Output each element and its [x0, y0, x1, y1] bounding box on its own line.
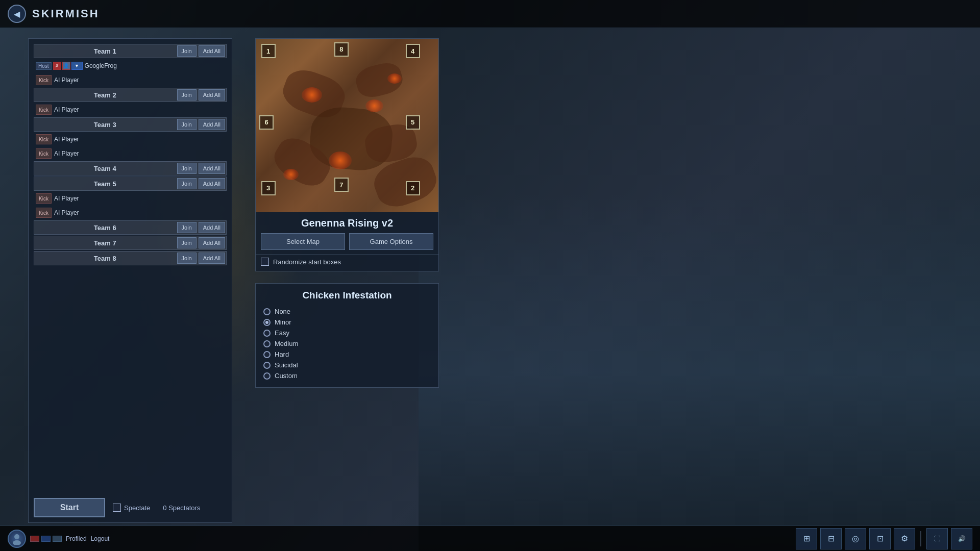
team-label-4: Team 4: [34, 165, 176, 172]
bg-decoration-mountain: [419, 194, 980, 551]
chicken-option-6[interactable]: Custom: [263, 370, 431, 381]
chicken-option-4[interactable]: Hard: [263, 349, 431, 360]
chicken-option-3[interactable]: Medium: [263, 338, 431, 349]
randomize-checkbox[interactable]: [261, 258, 269, 266]
team-join-3[interactable]: Join: [177, 119, 197, 130]
kick-button[interactable]: Kick: [36, 193, 52, 204]
radio-btn-4[interactable]: [263, 351, 271, 358]
team-row-3: Team 3 Join Add All: [34, 117, 227, 132]
toolbar-btn-gear[interactable]: ⚙: [894, 528, 915, 549]
team-join-5[interactable]: Join: [177, 178, 197, 189]
toolbar-btn-fullscreen[interactable]: ⛶: [926, 528, 948, 549]
player-name: AI Player: [54, 150, 225, 157]
spectate-checkbox[interactable]: [113, 504, 121, 512]
chicken-option-5[interactable]: Suicidal: [263, 360, 431, 370]
randomize-label: Randomize start boxes: [273, 258, 341, 266]
kick-button[interactable]: Kick: [36, 75, 52, 85]
radio-label-6: Custom: [275, 372, 298, 380]
svg-point-0: [14, 534, 19, 539]
player-avatar-icon: 👤: [62, 62, 70, 70]
team-addall-6[interactable]: Add All: [199, 222, 225, 233]
chicken-option-0[interactable]: None: [263, 306, 431, 317]
teams-container: Team 1 Join Add All Host ✗ 👤 ▼ GoogleFro…: [34, 44, 227, 265]
options-panel: Chicken Infestation None Minor Easy Medi…: [255, 283, 439, 388]
team-label-3: Team 3: [34, 121, 176, 129]
radio-btn-0[interactable]: [263, 308, 271, 315]
team-addall-7[interactable]: Add All: [199, 237, 225, 248]
team-label-8: Team 8: [34, 255, 176, 262]
radio-btn-5[interactable]: [263, 362, 271, 369]
radio-btn-2[interactable]: [263, 330, 271, 337]
spectate-label: Spectate: [113, 504, 150, 512]
left-panel: Team 1 Join Add All Host ✗ 👤 ▼ GoogleFro…: [28, 38, 232, 523]
team-join-6[interactable]: Join: [177, 222, 197, 233]
lava-blob: [365, 99, 383, 112]
team-addall-4[interactable]: Add All: [199, 163, 225, 174]
kick-button[interactable]: Kick: [36, 134, 52, 144]
player-color-icon: ▼: [71, 62, 83, 70]
logout-button[interactable]: Logout: [91, 535, 110, 542]
toolbar-btn-lobby[interactable]: ⊟: [820, 528, 842, 549]
team-addall-1[interactable]: Add All: [199, 45, 225, 57]
start-button[interactable]: Start: [34, 498, 105, 517]
player-row-team5-1: Kick AI Player: [34, 206, 227, 219]
lava-blob: [283, 169, 299, 180]
team-join-8[interactable]: Join: [177, 253, 197, 264]
player-flag-icon: ✗: [53, 62, 61, 70]
team-addall-8[interactable]: Add All: [199, 253, 225, 264]
player-row-team5-0: Kick AI Player: [34, 192, 227, 205]
toolbar-divider: [920, 531, 921, 546]
map-position-2: 2: [406, 181, 420, 195]
back-button[interactable]: ◀: [8, 5, 26, 23]
team-join-2[interactable]: Join: [177, 89, 197, 101]
bottom-right: ⊞ ⊟ ◎ ⊡ ⚙ ⛶ 🔊: [796, 528, 972, 549]
kick-button[interactable]: Kick: [36, 208, 52, 218]
select-map-button[interactable]: Select Map: [261, 233, 345, 250]
radio-btn-6[interactable]: [263, 372, 271, 380]
player-name: AI Player: [54, 77, 225, 84]
player-row-team3-1: Kick AI Player: [34, 147, 227, 160]
radio-label-1: Minor: [275, 318, 291, 326]
player-row-team2-0: Kick AI Player: [34, 103, 227, 116]
toolbar-btn-mute[interactable]: ⊡: [869, 528, 891, 549]
kick-button[interactable]: Kick: [36, 105, 52, 115]
profile-label: Profiled: [66, 535, 87, 542]
team-join-1[interactable]: Join: [177, 45, 197, 57]
team-join-4[interactable]: Join: [177, 163, 197, 174]
rank-icon: [53, 536, 62, 542]
spectate-text: Spectate: [124, 504, 150, 512]
team-join-7[interactable]: Join: [177, 237, 197, 248]
radio-label-4: Hard: [275, 350, 289, 358]
map-canvas: 1 8 4 6 5 3 7 2: [256, 39, 438, 212]
map-position-4: 4: [406, 44, 420, 58]
radio-btn-3[interactable]: [263, 340, 271, 347]
chicken-option-2[interactable]: Easy: [263, 328, 431, 338]
player-name: AI Player: [54, 209, 225, 216]
team-addall-2[interactable]: Add All: [199, 89, 225, 101]
kick-button[interactable]: Kick: [36, 148, 52, 159]
team-row-1: Team 1 Join Add All: [34, 44, 227, 58]
team-row-2: Team 2 Join Add All: [34, 88, 227, 102]
game-options-button[interactable]: Game Options: [349, 233, 433, 250]
top-bar: ◀ SKIRMISH: [0, 0, 980, 28]
bottom-icons: [30, 536, 62, 542]
player-name: AI Player: [54, 195, 225, 202]
player-row-team3-0: Kick AI Player: [34, 133, 227, 146]
player-name: AI Player: [54, 106, 225, 113]
lava-blob: [329, 152, 352, 169]
toolbar-btn-settings[interactable]: ◎: [845, 528, 866, 549]
flag-icon: [30, 536, 39, 542]
team-row-5: Team 5 Join Add All: [34, 177, 227, 191]
player-name: AI Player: [54, 136, 225, 143]
lava-blob: [387, 73, 402, 84]
team-label-5: Team 5: [34, 180, 176, 188]
toolbar-btn-minimap[interactable]: ⊞: [796, 528, 817, 549]
lava-blob: [302, 87, 322, 103]
radio-label-3: Medium: [275, 340, 298, 347]
toolbar-btn-audio[interactable]: 🔊: [951, 528, 972, 549]
team-addall-5[interactable]: Add All: [199, 178, 225, 189]
team-label-6: Team 6: [34, 224, 176, 232]
radio-btn-1[interactable]: [263, 319, 271, 326]
chicken-option-1[interactable]: Minor: [263, 317, 431, 328]
team-addall-3[interactable]: Add All: [199, 119, 225, 130]
